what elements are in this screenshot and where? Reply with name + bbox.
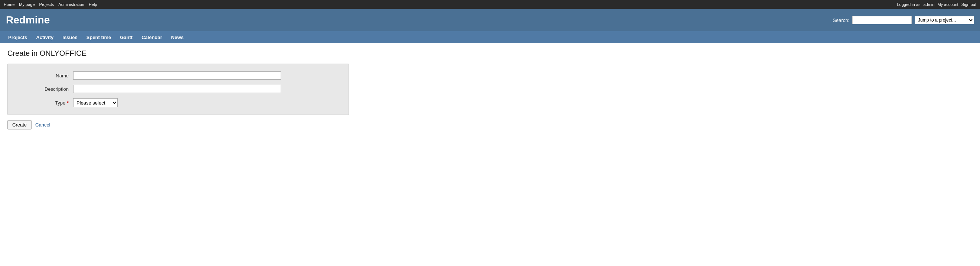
main-nav-calendar[interactable]: Calendar — [137, 32, 167, 42]
main-nav-spent-time[interactable]: Spent time — [82, 32, 115, 42]
name-row: Name — [14, 71, 343, 80]
search-input[interactable] — [852, 16, 912, 24]
name-input[interactable] — [73, 71, 281, 80]
username-link[interactable]: admin — [923, 2, 934, 7]
create-button[interactable]: Create — [8, 120, 32, 130]
project-jump-select[interactable]: Jump to a project... — [915, 16, 974, 24]
required-marker: * — [67, 100, 69, 106]
top-nav-bar: Home My page Projects Administration Hel… — [0, 0, 980, 9]
sign-out-link[interactable]: Sign out — [961, 2, 976, 7]
nav-my-page[interactable]: My page — [19, 2, 35, 7]
form-container: Name Description Type * Please select Do… — [8, 64, 349, 115]
search-label: Search: — [833, 18, 850, 23]
search-area: Search: Jump to a project... — [833, 16, 974, 24]
main-nav-projects[interactable]: Projects — [4, 32, 32, 42]
type-select[interactable]: Please select Document Spreadsheet Prese… — [73, 98, 118, 107]
top-nav-left: Home My page Projects Administration Hel… — [4, 2, 97, 7]
main-nav-news[interactable]: News — [167, 32, 188, 42]
my-account-link[interactable]: My account — [937, 2, 958, 7]
logo[interactable]: Redmine — [6, 14, 50, 26]
type-label: Type * — [14, 100, 73, 106]
nav-projects[interactable]: Projects — [39, 2, 54, 7]
nav-home[interactable]: Home — [4, 2, 14, 7]
content: Create in ONLYOFFICE Name Description Ty… — [0, 43, 980, 135]
name-label: Name — [14, 73, 73, 79]
header: Redmine Search: Jump to a project... — [0, 9, 980, 31]
description-label: Description — [14, 86, 73, 92]
main-nav-gantt[interactable]: Gantt — [115, 32, 137, 42]
type-row: Type * Please select Document Spreadshee… — [14, 98, 343, 107]
page-title: Create in ONLYOFFICE — [8, 49, 972, 58]
main-nav-activity[interactable]: Activity — [32, 32, 58, 42]
cancel-link[interactable]: Cancel — [35, 122, 50, 128]
logged-in-text: Logged in as — [897, 2, 920, 7]
main-nav: Projects Activity Issues Spent time Gant… — [0, 31, 980, 43]
top-nav-right: Logged in as admin My account Sign out — [897, 2, 976, 7]
main-nav-issues[interactable]: Issues — [58, 32, 82, 42]
nav-administration[interactable]: Administration — [58, 2, 84, 7]
nav-help[interactable]: Help — [89, 2, 97, 7]
button-row: Create Cancel — [8, 120, 972, 130]
description-input[interactable] — [73, 85, 281, 93]
description-row: Description — [14, 85, 343, 93]
